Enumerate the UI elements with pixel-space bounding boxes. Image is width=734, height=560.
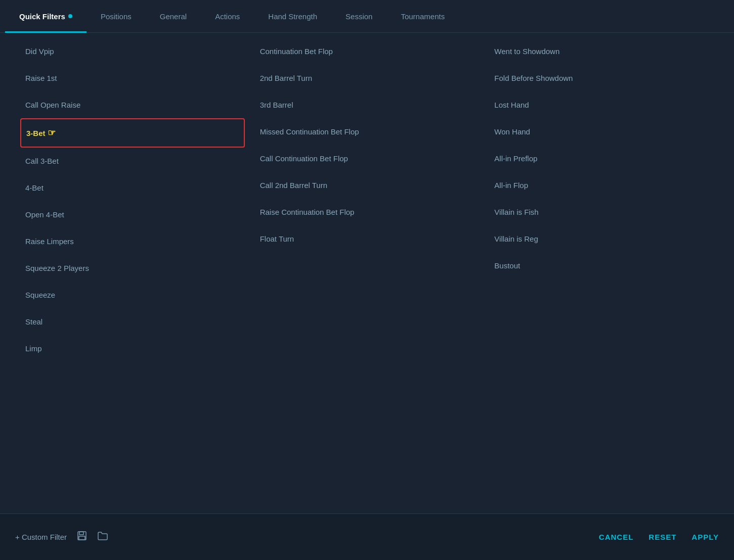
tab-session[interactable]: Session (331, 0, 386, 33)
filter-bustout[interactable]: Bustout (489, 252, 714, 279)
filter-limp[interactable]: Limp (20, 335, 245, 362)
filter-won-hand[interactable]: Won Hand (489, 118, 714, 145)
filter-squeeze-2-players[interactable]: Squeeze 2 Players (20, 255, 245, 282)
tab-actions-label: Actions (215, 12, 240, 21)
filter-open-4-bet[interactable]: Open 4-Bet (20, 201, 245, 228)
filter-raise-1st[interactable]: Raise 1st (20, 65, 245, 91)
tab-positions-label: Positions (101, 12, 132, 21)
footer-left: + Custom Filter (15, 531, 599, 543)
filter-raise-continuation-bet-flop[interactable]: Raise Continuation Bet Flop (255, 199, 480, 225)
filter-2nd-barrel-turn[interactable]: 2nd Barrel Turn (255, 65, 480, 91)
main-content: Did Vpip Raise 1st Call Open Raise 3-Bet… (0, 33, 734, 514)
filter-column-1: Did Vpip Raise 1st Call Open Raise 3-Bet… (15, 38, 250, 508)
reset-button[interactable]: RESET (649, 533, 676, 541)
filter-all-in-flop[interactable]: All-in Flop (489, 172, 714, 199)
filter-3-bet[interactable]: 3-Bet ☞ (20, 118, 245, 148)
tab-actions[interactable]: Actions (201, 0, 254, 33)
quick-filters-dot (68, 14, 72, 18)
tab-hand-strength[interactable]: Hand Strength (254, 0, 331, 33)
filter-call-2nd-barrel-turn[interactable]: Call 2nd Barrel Turn (255, 172, 480, 199)
footer: + Custom Filter CANCEL RESET (0, 514, 734, 560)
filter-column-3: Went to Showdown Fold Before Showdown Lo… (484, 38, 719, 508)
save-icon (77, 531, 87, 543)
filter-3rd-barrel[interactable]: 3rd Barrel (255, 91, 480, 118)
filter-went-to-showdown[interactable]: Went to Showdown (489, 38, 714, 65)
filter-did-vpip[interactable]: Did Vpip (20, 38, 245, 65)
filter-column-2: Continuation Bet Flop 2nd Barrel Turn 3r… (250, 38, 485, 508)
filter-call-continuation-bet-flop[interactable]: Call Continuation Bet Flop (255, 145, 480, 172)
tab-general[interactable]: General (146, 0, 201, 33)
filter-call-3-bet[interactable]: Call 3-Bet (20, 148, 245, 174)
filter-fold-before-showdown[interactable]: Fold Before Showdown (489, 65, 714, 91)
filter-lost-hand[interactable]: Lost Hand (489, 91, 714, 118)
cursor-pointer-icon: ☞ (48, 127, 56, 138)
custom-filter-button[interactable]: + Custom Filter (15, 533, 67, 541)
footer-right: CANCEL RESET APPLY (599, 533, 719, 541)
tab-general-label: General (160, 12, 187, 21)
filter-villain-is-fish[interactable]: Villain is Fish (489, 199, 714, 225)
filter-float-turn[interactable]: Float Turn (255, 225, 480, 252)
filter-continuation-bet-flop[interactable]: Continuation Bet Flop (255, 38, 480, 65)
tab-session-label: Session (346, 12, 372, 21)
load-icon (97, 531, 108, 543)
tab-tournaments-label: Tournaments (401, 12, 445, 21)
svg-rect-2 (79, 536, 85, 540)
filter-all-in-preflop[interactable]: All-in Preflop (489, 145, 714, 172)
nav-tabs: Quick Filters Positions General Actions … (0, 0, 734, 33)
tab-quick-filters[interactable]: Quick Filters (5, 0, 87, 33)
filter-raise-limpers[interactable]: Raise Limpers (20, 228, 245, 255)
svg-rect-1 (79, 532, 83, 535)
filter-steal[interactable]: Steal (20, 308, 245, 335)
cancel-button[interactable]: CANCEL (599, 533, 634, 541)
filter-villain-is-reg[interactable]: Villain is Reg (489, 225, 714, 252)
load-filter-button[interactable] (97, 531, 108, 543)
filter-squeeze[interactable]: Squeeze (20, 282, 245, 308)
tab-positions[interactable]: Positions (87, 0, 146, 33)
filters-grid: Did Vpip Raise 1st Call Open Raise 3-Bet… (0, 33, 734, 514)
custom-filter-label: + Custom Filter (15, 533, 67, 541)
filter-4-bet[interactable]: 4-Bet (20, 174, 245, 201)
apply-button[interactable]: APPLY (692, 533, 719, 541)
filter-call-open-raise[interactable]: Call Open Raise (20, 91, 245, 118)
tab-tournaments[interactable]: Tournaments (386, 0, 459, 33)
tab-hand-strength-label: Hand Strength (268, 12, 317, 21)
save-filter-button[interactable] (77, 531, 87, 543)
filter-missed-continuation-bet-flop[interactable]: Missed Continuation Bet Flop (255, 118, 480, 145)
tab-quick-filters-label: Quick Filters (19, 12, 65, 21)
